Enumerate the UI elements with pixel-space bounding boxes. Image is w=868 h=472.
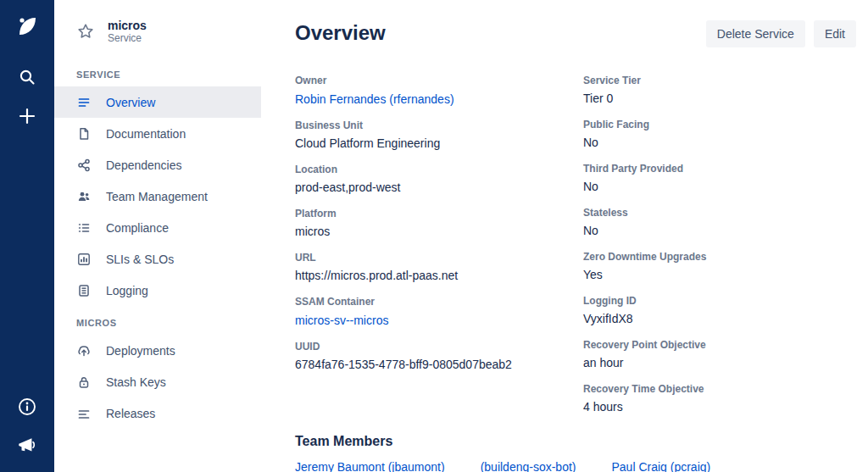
owner-link[interactable]: Robin Fernandes (rfernandes) <box>295 92 454 107</box>
sidebar-item-releases[interactable]: Releases <box>54 397 261 429</box>
field-label: Zero Downtime Upgrades <box>583 251 856 263</box>
field-label: UUID <box>295 341 583 353</box>
releases-lines-icon <box>76 407 92 420</box>
field-value: prod-east,prod-west <box>295 180 583 195</box>
field-value: No <box>583 224 856 238</box>
fields-left-column: Owner Robin Fernandes (rfernandes) Busin… <box>295 75 583 385</box>
team-members-list: Jeremy Baumont (jbaumont) (buildeng-sox-… <box>295 460 856 472</box>
delete-service-button[interactable]: Delete Service <box>706 20 805 47</box>
field-label: Logging ID <box>583 295 856 307</box>
deploy-arrow-icon <box>76 344 92 358</box>
field-value: Yes <box>583 268 856 282</box>
sidebar-item-slis-slos[interactable]: SLIs & SLOs <box>54 243 261 275</box>
field-recovery-time-objective: Recovery Time Objective 4 hours <box>583 383 856 414</box>
sidebar-item-label: Stash Keys <box>106 375 166 389</box>
field-logging-id: Logging ID VyxifIdX8 <box>583 295 856 326</box>
field-platform: Platform micros <box>295 208 583 239</box>
share-nodes-icon <box>76 158 92 172</box>
checklist-icon <box>76 221 92 235</box>
favorite-star-button[interactable] <box>76 22 95 41</box>
sidebar-item-label: Documentation <box>106 127 186 141</box>
ssam-container-link[interactable]: micros-sv--micros <box>295 314 388 328</box>
sidebar-item-label: Overview <box>106 96 155 109</box>
search-icon <box>17 67 37 87</box>
sidebar-item-team-management[interactable]: Team Management <box>54 180 261 212</box>
team-members-heading: Team Members <box>295 434 856 449</box>
service-type: Service <box>108 32 147 44</box>
service-fields: Owner Robin Fernandes (rfernandes) Busin… <box>295 75 856 427</box>
sidebar-item-label: Releases <box>106 407 155 420</box>
header-actions: Delete Service Edit <box>706 20 856 47</box>
sidebar-item-logging[interactable]: Logging <box>54 275 261 306</box>
people-icon <box>76 190 92 203</box>
field-value: 4 hours <box>583 400 856 414</box>
service-name: micros <box>108 19 147 32</box>
field-value: micros <box>295 225 583 239</box>
sidebar-item-documentation[interactable]: Documentation <box>54 118 261 149</box>
app-rail <box>0 0 54 472</box>
sidebar-section-service: SERVICE <box>54 58 261 86</box>
sidebar-item-stash-keys[interactable]: Stash Keys <box>54 366 261 397</box>
sidebar-item-dependencies[interactable]: Dependencies <box>54 149 261 180</box>
field-label: Recovery Time Objective <box>583 383 856 395</box>
field-label: SSAM Container <box>295 296 583 308</box>
team-member-link[interactable]: Jeremy Baumont (jbaumont) <box>295 460 445 472</box>
field-zero-downtime-upgrades: Zero Downtime Upgrades Yes <box>583 251 856 282</box>
field-value: VyxifIdX8 <box>583 312 856 326</box>
field-service-tier: Service Tier Tier 0 <box>583 75 856 106</box>
add-icon <box>17 106 37 126</box>
log-document-icon <box>76 284 92 297</box>
sidebar-item-overview[interactable]: Overview <box>54 86 261 118</box>
field-stateless: Stateless No <box>583 207 856 238</box>
star-icon <box>76 22 95 41</box>
field-label: Business Unit <box>295 119 583 131</box>
announcements-icon <box>16 435 38 457</box>
service-header: micros Service <box>54 19 261 58</box>
bar-chart-icon <box>76 253 92 266</box>
field-value: an hour <box>583 356 856 370</box>
info-icon <box>17 397 37 417</box>
sidebar-item-label: Deployments <box>106 344 175 358</box>
field-third-party-provided: Third Party Provided No <box>583 163 856 194</box>
team-member-link[interactable]: Paul Craig (pcraig) <box>611 460 710 472</box>
info-button[interactable] <box>13 392 42 421</box>
edit-button[interactable]: Edit <box>814 20 856 47</box>
sidebar-item-deployments[interactable]: Deployments <box>54 335 261 366</box>
announcements-button[interactable] <box>13 431 42 460</box>
page-title: Overview <box>295 20 386 46</box>
field-public-facing: Public Facing No <box>583 119 856 150</box>
field-owner: Owner Robin Fernandes (rfernandes) <box>295 75 583 107</box>
field-label: Owner <box>295 75 583 86</box>
field-label: URL <box>295 252 583 264</box>
app-logo[interactable] <box>13 12 42 41</box>
document-icon <box>76 127 92 141</box>
sidebar-item-label: Compliance <box>106 221 169 235</box>
field-value: https://micros.prod.atl-paas.net <box>295 269 583 283</box>
field-value: No <box>583 180 856 194</box>
field-url: URL https://micros.prod.atl-paas.net <box>295 252 583 283</box>
field-location: Location prod-east,prod-west <box>295 164 583 195</box>
sidebar-item-label: SLIs & SLOs <box>106 253 174 266</box>
field-label: Platform <box>295 208 583 219</box>
overview-lines-icon <box>76 96 92 109</box>
lock-icon <box>76 375 92 389</box>
field-ssam-container: SSAM Container micros-sv--micros <box>295 296 583 328</box>
field-value: No <box>583 136 856 150</box>
field-value: 6784fa76-1535-4778-bff9-0805d07beab2 <box>295 358 583 372</box>
sidebar-item-compliance[interactable]: Compliance <box>54 212 261 243</box>
field-uuid: UUID 6784fa76-1535-4778-bff9-0805d07beab… <box>295 341 583 372</box>
field-business-unit: Business Unit Cloud Platform Engineering <box>295 119 583 151</box>
sidebar-item-label: Logging <box>106 284 148 297</box>
field-label: Stateless <box>583 207 856 219</box>
field-value: Tier 0 <box>583 92 856 106</box>
team-member-link[interactable]: (buildeng-sox-bot) <box>481 460 576 472</box>
field-label: Service Tier <box>583 75 856 86</box>
field-label: Recovery Point Objective <box>583 339 856 351</box>
service-title-block: micros Service <box>108 19 147 44</box>
sidebar-section-micros: MICROS <box>54 306 261 335</box>
search-button[interactable] <box>13 63 42 92</box>
page-header: Overview Delete Service Edit <box>295 20 856 47</box>
create-button[interactable] <box>13 102 42 130</box>
field-recovery-point-objective: Recovery Point Objective an hour <box>583 339 856 370</box>
app-logo-icon <box>13 12 42 41</box>
